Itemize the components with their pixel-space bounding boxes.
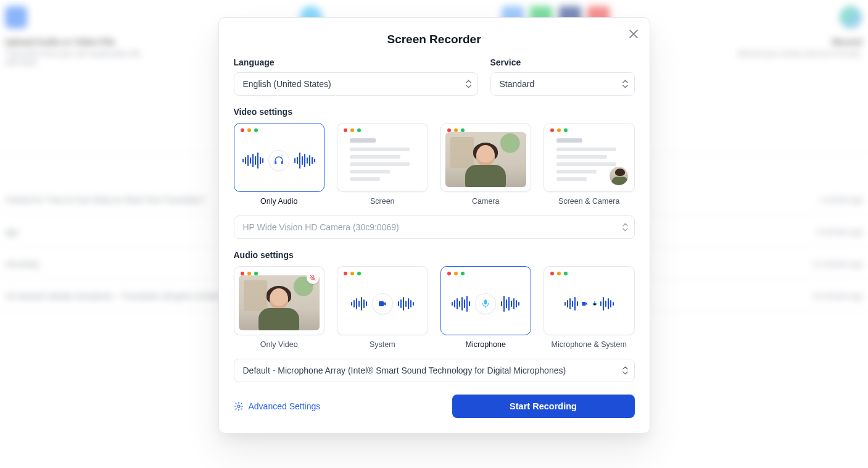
- video-option-only-audio[interactable]: [234, 123, 325, 192]
- gear-icon: [234, 401, 244, 411]
- video-settings-label: Video settings: [234, 107, 635, 117]
- audio-options: Only Video System: [234, 266, 635, 349]
- document-preview-icon: [342, 135, 423, 186]
- waveform-icon: [351, 297, 367, 311]
- waveform-icon: [600, 297, 614, 311]
- video-option-label: Only Audio: [260, 197, 297, 206]
- audio-option-label: Microphone: [466, 340, 506, 349]
- svg-rect-2: [379, 301, 384, 306]
- camera-value: HP Wide Vision HD Camera (30c9:0069): [243, 222, 399, 232]
- audio-option-microphone[interactable]: [440, 266, 532, 335]
- video-option-screen[interactable]: [337, 123, 428, 192]
- microphone-select[interactable]: Default - Microphone Array (Intel® Smart…: [234, 359, 635, 382]
- service-label: Service: [490, 57, 635, 67]
- waveform-icon: [398, 297, 414, 311]
- microphone-value: Default - Microphone Array (Intel® Smart…: [243, 366, 566, 375]
- service-value: Standard: [500, 79, 535, 89]
- advanced-settings-link[interactable]: Advanced Settings: [234, 401, 321, 411]
- video-option-screen-camera[interactable]: [544, 123, 635, 192]
- video-option-camera[interactable]: [440, 123, 532, 192]
- waveform-icon: [452, 296, 470, 312]
- waveform-icon: [294, 153, 315, 169]
- audio-option-microphone-system[interactable]: [544, 266, 635, 335]
- waveform-icon: [564, 297, 578, 311]
- waveform-icon: [242, 153, 263, 169]
- screen-recorder-modal: Screen Recorder Language English (United…: [218, 17, 650, 433]
- service-select[interactable]: Standard: [490, 72, 635, 96]
- svg-rect-0: [275, 161, 277, 164]
- audio-option-label: Only Video: [260, 340, 298, 349]
- svg-rect-4: [582, 302, 585, 306]
- audio-settings-label: Audio settings: [234, 250, 635, 260]
- advanced-settings-label: Advanced Settings: [249, 401, 321, 411]
- chevron-updown-icon: [466, 80, 471, 88]
- start-recording-button[interactable]: Start Recording: [452, 395, 635, 418]
- audio-option-label: Microphone & System: [552, 340, 627, 349]
- microphone-icon: [475, 293, 496, 314]
- language-value: English (United States): [243, 79, 331, 89]
- waveform-icon: [501, 296, 519, 312]
- start-recording-label: Start Recording: [510, 401, 577, 411]
- video-small-icon: [581, 300, 589, 307]
- video-option-label: Screen & Camera: [558, 197, 619, 206]
- audio-option-only-video[interactable]: [234, 266, 325, 335]
- camera-preview-icon: [445, 132, 527, 187]
- svg-point-6: [238, 405, 240, 407]
- camera-pip-icon: [608, 165, 629, 186]
- camera-select[interactable]: HP Wide Vision HD Camera (30c9:0069): [234, 215, 635, 239]
- audio-option-system[interactable]: [337, 266, 428, 335]
- svg-rect-3: [484, 299, 487, 304]
- language-label: Language: [234, 57, 478, 67]
- chevron-updown-icon: [622, 223, 628, 232]
- video-option-label: Screen: [370, 197, 395, 206]
- close-icon[interactable]: [626, 27, 641, 41]
- microphone-small-icon: [592, 299, 598, 308]
- svg-rect-1: [281, 161, 283, 164]
- video-option-label: Camera: [472, 197, 499, 206]
- language-select[interactable]: English (United States): [234, 72, 478, 96]
- chevron-updown-icon: [622, 366, 628, 375]
- audio-option-label: System: [370, 340, 395, 349]
- mic-muted-icon: [307, 272, 319, 284]
- camera-preview-icon: [239, 275, 320, 330]
- chevron-updown-icon: [622, 80, 628, 88]
- modal-title: Screen Recorder: [234, 33, 635, 46]
- video-icon: [372, 293, 393, 314]
- headphones-icon: [268, 150, 289, 171]
- video-options: Only Audio Screen: [234, 123, 635, 206]
